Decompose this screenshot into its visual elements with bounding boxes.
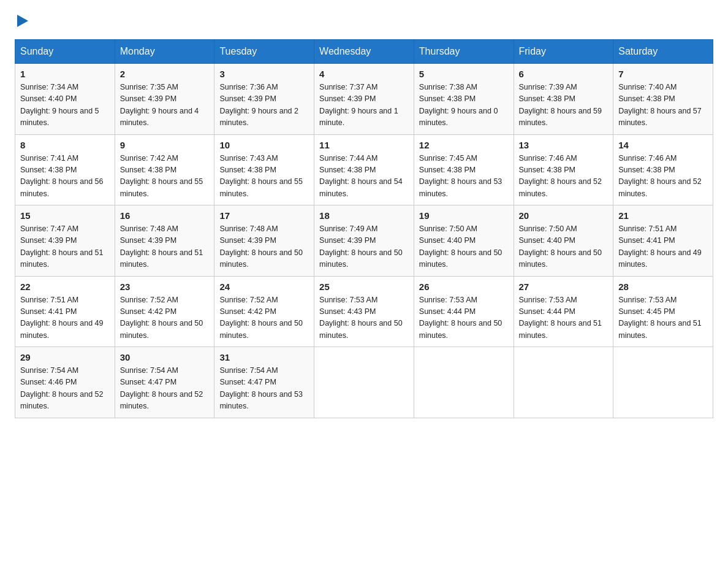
day-number: 5 — [419, 69, 509, 79]
calendar-cell — [414, 347, 514, 418]
day-info: Sunrise: 7:34 AMSunset: 4:40 PMDaylight:… — [20, 82, 110, 129]
day-number: 23 — [120, 282, 210, 292]
calendar-cell: 12Sunrise: 7:45 AMSunset: 4:38 PMDayligh… — [414, 134, 514, 205]
calendar-cell: 11Sunrise: 7:44 AMSunset: 4:38 PMDayligh… — [314, 134, 414, 205]
day-number: 14 — [618, 140, 708, 150]
page-header — [15, 15, 713, 29]
day-number: 17 — [219, 210, 309, 221]
calendar-cell: 18Sunrise: 7:49 AMSunset: 4:39 PMDayligh… — [314, 205, 414, 277]
day-info: Sunrise: 7:50 AMSunset: 4:40 PMDaylight:… — [519, 223, 609, 271]
calendar-cell: 8Sunrise: 7:41 AMSunset: 4:38 PMDaylight… — [15, 134, 115, 205]
day-info: Sunrise: 7:37 AMSunset: 4:39 PMDaylight:… — [319, 82, 409, 129]
day-number: 15 — [20, 210, 110, 221]
calendar-cell — [314, 347, 414, 418]
day-info: Sunrise: 7:47 AMSunset: 4:39 PMDaylight:… — [20, 223, 110, 271]
svg-marker-0 — [17, 15, 28, 27]
day-info: Sunrise: 7:40 AMSunset: 4:38 PMDaylight:… — [618, 82, 708, 129]
calendar-cell: 31Sunrise: 7:54 AMSunset: 4:47 PMDayligh… — [214, 347, 314, 418]
day-number: 21 — [618, 210, 708, 221]
calendar-cell: 3Sunrise: 7:36 AMSunset: 4:39 PMDaylight… — [214, 64, 314, 135]
day-info: Sunrise: 7:51 AMSunset: 4:41 PMDaylight:… — [618, 223, 708, 271]
calendar-week-row: 8Sunrise: 7:41 AMSunset: 4:38 PMDaylight… — [15, 134, 713, 205]
day-info: Sunrise: 7:51 AMSunset: 4:41 PMDaylight:… — [20, 294, 110, 342]
day-info: Sunrise: 7:52 AMSunset: 4:42 PMDaylight:… — [120, 294, 210, 342]
calendar-cell: 17Sunrise: 7:48 AMSunset: 4:39 PMDayligh… — [214, 205, 314, 277]
logo — [15, 15, 28, 29]
calendar-cell: 29Sunrise: 7:54 AMSunset: 4:46 PMDayligh… — [15, 347, 115, 418]
calendar-cell: 25Sunrise: 7:53 AMSunset: 4:43 PMDayligh… — [314, 276, 414, 347]
day-number: 18 — [319, 210, 409, 221]
calendar-cell: 19Sunrise: 7:50 AMSunset: 4:40 PMDayligh… — [414, 205, 514, 277]
day-info: Sunrise: 7:46 AMSunset: 4:38 PMDaylight:… — [519, 153, 609, 201]
calendar-week-row: 29Sunrise: 7:54 AMSunset: 4:46 PMDayligh… — [15, 347, 713, 418]
day-info: Sunrise: 7:52 AMSunset: 4:42 PMDaylight:… — [219, 294, 309, 342]
day-info: Sunrise: 7:42 AMSunset: 4:38 PMDaylight:… — [120, 153, 210, 201]
day-info: Sunrise: 7:45 AMSunset: 4:38 PMDaylight:… — [419, 153, 509, 201]
day-number: 1 — [20, 69, 110, 79]
day-number: 7 — [618, 69, 708, 79]
weekday-header-monday: Monday — [115, 40, 214, 64]
day-info: Sunrise: 7:48 AMSunset: 4:39 PMDaylight:… — [219, 223, 309, 271]
day-info: Sunrise: 7:53 AMSunset: 4:44 PMDaylight:… — [419, 294, 509, 342]
day-number: 24 — [219, 282, 309, 292]
weekday-header-friday: Friday — [514, 40, 613, 64]
day-number: 30 — [120, 352, 210, 362]
day-number: 29 — [20, 352, 110, 362]
day-number: 22 — [20, 282, 110, 292]
day-number: 11 — [319, 140, 409, 150]
calendar-cell: 26Sunrise: 7:53 AMSunset: 4:44 PMDayligh… — [414, 276, 514, 347]
calendar-cell: 27Sunrise: 7:53 AMSunset: 4:44 PMDayligh… — [514, 276, 613, 347]
calendar-cell: 28Sunrise: 7:53 AMSunset: 4:45 PMDayligh… — [613, 276, 713, 347]
day-number: 12 — [419, 140, 509, 150]
day-info: Sunrise: 7:49 AMSunset: 4:39 PMDaylight:… — [319, 223, 409, 271]
day-number: 6 — [519, 69, 609, 79]
day-info: Sunrise: 7:53 AMSunset: 4:44 PMDaylight:… — [519, 294, 609, 342]
calendar-header-row: SundayMondayTuesdayWednesdayThursdayFrid… — [15, 40, 713, 64]
day-number: 8 — [20, 140, 110, 150]
weekday-header-saturday: Saturday — [613, 40, 713, 64]
calendar-cell: 13Sunrise: 7:46 AMSunset: 4:38 PMDayligh… — [514, 134, 613, 205]
calendar-week-row: 15Sunrise: 7:47 AMSunset: 4:39 PMDayligh… — [15, 205, 713, 277]
day-info: Sunrise: 7:38 AMSunset: 4:38 PMDaylight:… — [419, 82, 509, 129]
day-number: 9 — [120, 140, 210, 150]
day-info: Sunrise: 7:53 AMSunset: 4:43 PMDaylight:… — [319, 294, 409, 342]
calendar-cell: 6Sunrise: 7:39 AMSunset: 4:38 PMDaylight… — [514, 64, 613, 135]
calendar-table: SundayMondayTuesdayWednesdayThursdayFrid… — [15, 39, 713, 418]
calendar-cell: 4Sunrise: 7:37 AMSunset: 4:39 PMDaylight… — [314, 64, 414, 135]
weekday-header-sunday: Sunday — [15, 40, 115, 64]
calendar-cell: 24Sunrise: 7:52 AMSunset: 4:42 PMDayligh… — [214, 276, 314, 347]
day-info: Sunrise: 7:43 AMSunset: 4:38 PMDaylight:… — [219, 153, 309, 201]
day-info: Sunrise: 7:39 AMSunset: 4:38 PMDaylight:… — [519, 82, 609, 129]
day-number: 25 — [319, 282, 409, 292]
day-number: 19 — [419, 210, 509, 221]
logo-triangle-icon — [17, 15, 28, 27]
day-number: 27 — [519, 282, 609, 292]
day-info: Sunrise: 7:35 AMSunset: 4:39 PMDaylight:… — [120, 82, 210, 129]
day-info: Sunrise: 7:44 AMSunset: 4:38 PMDaylight:… — [319, 153, 409, 201]
calendar-cell — [514, 347, 613, 418]
day-number: 28 — [618, 282, 708, 292]
calendar-cell: 9Sunrise: 7:42 AMSunset: 4:38 PMDaylight… — [115, 134, 214, 205]
day-info: Sunrise: 7:54 AMSunset: 4:47 PMDaylight:… — [219, 365, 309, 413]
day-number: 2 — [120, 69, 210, 79]
day-number: 20 — [519, 210, 609, 221]
day-info: Sunrise: 7:54 AMSunset: 4:46 PMDaylight:… — [20, 365, 110, 413]
calendar-cell: 20Sunrise: 7:50 AMSunset: 4:40 PMDayligh… — [514, 205, 613, 277]
calendar-cell: 16Sunrise: 7:48 AMSunset: 4:39 PMDayligh… — [115, 205, 214, 277]
calendar-week-row: 1Sunrise: 7:34 AMSunset: 4:40 PMDaylight… — [15, 64, 713, 135]
day-number: 4 — [319, 69, 409, 79]
day-number: 16 — [120, 210, 210, 221]
calendar-cell — [613, 347, 713, 418]
weekday-header-thursday: Thursday — [414, 40, 514, 64]
calendar-cell: 21Sunrise: 7:51 AMSunset: 4:41 PMDayligh… — [613, 205, 713, 277]
day-info: Sunrise: 7:50 AMSunset: 4:40 PMDaylight:… — [419, 223, 509, 271]
calendar-cell: 5Sunrise: 7:38 AMSunset: 4:38 PMDaylight… — [414, 64, 514, 135]
day-number: 10 — [219, 140, 309, 150]
day-info: Sunrise: 7:46 AMSunset: 4:38 PMDaylight:… — [618, 153, 708, 201]
day-info: Sunrise: 7:53 AMSunset: 4:45 PMDaylight:… — [618, 294, 708, 342]
calendar-cell: 15Sunrise: 7:47 AMSunset: 4:39 PMDayligh… — [15, 205, 115, 277]
day-info: Sunrise: 7:48 AMSunset: 4:39 PMDaylight:… — [120, 223, 210, 271]
calendar-cell: 7Sunrise: 7:40 AMSunset: 4:38 PMDaylight… — [613, 64, 713, 135]
day-number: 13 — [519, 140, 609, 150]
calendar-week-row: 22Sunrise: 7:51 AMSunset: 4:41 PMDayligh… — [15, 276, 713, 347]
